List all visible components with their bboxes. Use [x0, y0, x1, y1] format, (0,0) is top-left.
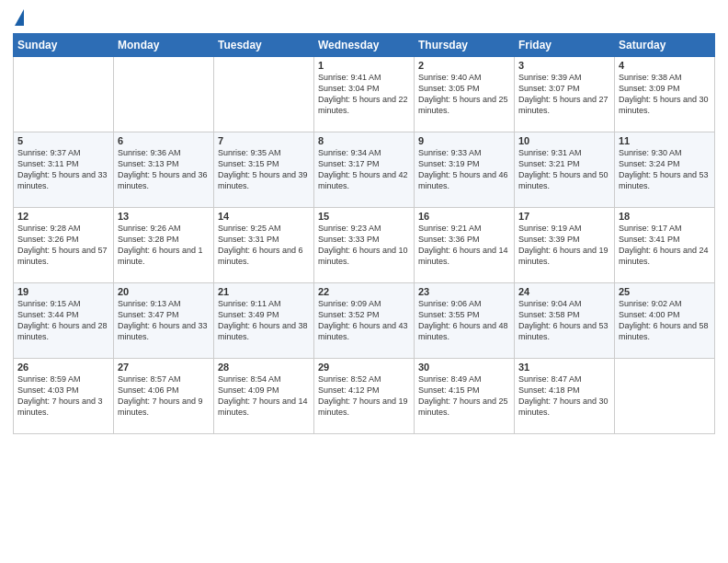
day-number: 18	[619, 211, 711, 222]
week-row-3: 19Sunrise: 9:15 AM Sunset: 3:44 PM Dayli…	[14, 283, 715, 359]
day-info: Sunrise: 9:17 AM Sunset: 3:41 PM Dayligh…	[619, 223, 711, 268]
day-number: 9	[418, 135, 510, 146]
day-info: Sunrise: 9:19 AM Sunset: 3:39 PM Dayligh…	[518, 223, 610, 268]
day-cell: 6Sunrise: 9:36 AM Sunset: 3:13 PM Daylig…	[114, 132, 214, 208]
day-info: Sunrise: 9:37 AM Sunset: 3:11 PM Dayligh…	[17, 147, 109, 192]
day-number: 29	[318, 362, 410, 373]
day-number: 11	[619, 135, 711, 146]
day-cell: 24Sunrise: 9:04 AM Sunset: 3:58 PM Dayli…	[515, 283, 615, 359]
weekday-header-tuesday: Tuesday	[214, 34, 314, 57]
day-cell: 25Sunrise: 9:02 AM Sunset: 4:00 PM Dayli…	[615, 283, 715, 359]
day-info: Sunrise: 9:11 AM Sunset: 3:49 PM Dayligh…	[218, 298, 310, 343]
day-info: Sunrise: 8:49 AM Sunset: 4:15 PM Dayligh…	[418, 373, 510, 419]
day-cell: 14Sunrise: 9:25 AM Sunset: 3:31 PM Dayli…	[214, 208, 314, 283]
day-number: 4	[619, 60, 711, 71]
day-info: Sunrise: 8:57 AM Sunset: 4:06 PM Dayligh…	[118, 373, 210, 419]
day-info: Sunrise: 9:13 AM Sunset: 3:47 PM Dayligh…	[118, 298, 210, 343]
day-cell: 3Sunrise: 9:39 AM Sunset: 3:07 PM Daylig…	[515, 57, 615, 132]
day-number: 12	[17, 211, 109, 222]
day-info: Sunrise: 9:34 AM Sunset: 3:17 PM Dayligh…	[318, 147, 410, 192]
day-cell: 28Sunrise: 8:54 AM Sunset: 4:09 PM Dayli…	[214, 359, 314, 434]
day-number: 8	[318, 135, 410, 146]
day-cell: 22Sunrise: 9:09 AM Sunset: 3:52 PM Dayli…	[314, 283, 415, 359]
day-number: 5	[17, 135, 109, 146]
day-cell: 26Sunrise: 8:59 AM Sunset: 4:03 PM Dayli…	[14, 359, 114, 434]
day-info: Sunrise: 9:15 AM Sunset: 3:44 PM Dayligh…	[17, 298, 109, 343]
day-number: 22	[318, 286, 410, 297]
week-row-2: 12Sunrise: 9:28 AM Sunset: 3:26 PM Dayli…	[14, 208, 715, 283]
day-info: Sunrise: 9:02 AM Sunset: 4:00 PM Dayligh…	[619, 298, 711, 343]
day-info: Sunrise: 9:04 AM Sunset: 3:58 PM Dayligh…	[518, 298, 610, 343]
week-row-0: 1Sunrise: 9:41 AM Sunset: 3:04 PM Daylig…	[14, 57, 715, 132]
day-cell: 5Sunrise: 9:37 AM Sunset: 3:11 PM Daylig…	[14, 132, 114, 208]
day-cell	[214, 57, 314, 132]
day-number: 7	[218, 135, 310, 146]
day-number: 25	[619, 286, 711, 297]
day-cell: 16Sunrise: 9:21 AM Sunset: 3:36 PM Dayli…	[415, 208, 515, 283]
calendar: SundayMondayTuesdayWednesdayThursdayFrid…	[13, 33, 715, 434]
day-info: Sunrise: 9:06 AM Sunset: 3:55 PM Dayligh…	[418, 298, 510, 343]
day-number: 28	[218, 362, 310, 373]
day-info: Sunrise: 8:54 AM Sunset: 4:09 PM Dayligh…	[218, 373, 310, 419]
day-number: 6	[118, 135, 210, 146]
day-cell: 1Sunrise: 9:41 AM Sunset: 3:04 PM Daylig…	[314, 57, 415, 132]
day-info: Sunrise: 9:26 AM Sunset: 3:28 PM Dayligh…	[118, 223, 210, 268]
day-cell: 23Sunrise: 9:06 AM Sunset: 3:55 PM Dayli…	[415, 283, 515, 359]
day-info: Sunrise: 9:38 AM Sunset: 3:09 PM Dayligh…	[619, 72, 711, 117]
day-cell: 29Sunrise: 8:52 AM Sunset: 4:12 PM Dayli…	[314, 359, 415, 434]
day-number: 13	[118, 211, 210, 222]
day-number: 27	[118, 362, 210, 373]
day-cell	[14, 57, 114, 132]
logo	[13, 9, 24, 28]
day-info: Sunrise: 9:39 AM Sunset: 3:07 PM Dayligh…	[518, 72, 610, 117]
day-number: 19	[17, 286, 109, 297]
day-number: 16	[418, 211, 510, 222]
day-number: 3	[518, 60, 610, 71]
day-number: 15	[318, 211, 410, 222]
day-info: Sunrise: 9:35 AM Sunset: 3:15 PM Dayligh…	[218, 147, 310, 192]
day-info: Sunrise: 9:40 AM Sunset: 3:05 PM Dayligh…	[418, 72, 510, 117]
day-number: 30	[418, 362, 510, 373]
day-info: Sunrise: 9:23 AM Sunset: 3:33 PM Dayligh…	[318, 223, 410, 268]
day-cell: 12Sunrise: 9:28 AM Sunset: 3:26 PM Dayli…	[14, 208, 114, 283]
day-number: 2	[418, 60, 510, 71]
day-number: 14	[218, 211, 310, 222]
weekday-header-thursday: Thursday	[415, 34, 515, 57]
day-cell: 8Sunrise: 9:34 AM Sunset: 3:17 PM Daylig…	[314, 132, 415, 208]
day-cell: 13Sunrise: 9:26 AM Sunset: 3:28 PM Dayli…	[114, 208, 214, 283]
day-info: Sunrise: 9:36 AM Sunset: 3:13 PM Dayligh…	[118, 147, 210, 192]
day-number: 20	[118, 286, 210, 297]
page: SundayMondayTuesdayWednesdayThursdayFrid…	[0, 0, 728, 563]
day-cell: 31Sunrise: 8:47 AM Sunset: 4:18 PM Dayli…	[515, 359, 615, 434]
day-info: Sunrise: 9:41 AM Sunset: 3:04 PM Dayligh…	[318, 72, 410, 117]
day-number: 31	[518, 362, 610, 373]
logo-triangle-icon	[15, 9, 24, 26]
day-cell	[615, 359, 715, 434]
day-number: 10	[518, 135, 610, 146]
day-number: 23	[418, 286, 510, 297]
day-number: 26	[17, 362, 109, 373]
weekday-header-saturday: Saturday	[615, 34, 715, 57]
day-cell	[114, 57, 214, 132]
week-row-4: 26Sunrise: 8:59 AM Sunset: 4:03 PM Dayli…	[14, 359, 715, 434]
day-cell: 20Sunrise: 9:13 AM Sunset: 3:47 PM Dayli…	[114, 283, 214, 359]
day-cell: 30Sunrise: 8:49 AM Sunset: 4:15 PM Dayli…	[415, 359, 515, 434]
week-row-1: 5Sunrise: 9:37 AM Sunset: 3:11 PM Daylig…	[14, 132, 715, 208]
day-info: Sunrise: 9:31 AM Sunset: 3:21 PM Dayligh…	[518, 147, 610, 192]
day-info: Sunrise: 9:21 AM Sunset: 3:36 PM Dayligh…	[418, 223, 510, 268]
weekday-header-friday: Friday	[515, 34, 615, 57]
day-cell: 27Sunrise: 8:57 AM Sunset: 4:06 PM Dayli…	[114, 359, 214, 434]
weekday-header-monday: Monday	[114, 34, 214, 57]
day-cell: 4Sunrise: 9:38 AM Sunset: 3:09 PM Daylig…	[615, 57, 715, 132]
day-number: 1	[318, 60, 410, 71]
day-number: 24	[518, 286, 610, 297]
day-cell: 19Sunrise: 9:15 AM Sunset: 3:44 PM Dayli…	[14, 283, 114, 359]
day-cell: 9Sunrise: 9:33 AM Sunset: 3:19 PM Daylig…	[415, 132, 515, 208]
day-info: Sunrise: 9:33 AM Sunset: 3:19 PM Dayligh…	[418, 147, 510, 192]
day-info: Sunrise: 8:47 AM Sunset: 4:18 PM Dayligh…	[518, 373, 610, 419]
day-info: Sunrise: 9:09 AM Sunset: 3:52 PM Dayligh…	[318, 298, 410, 343]
day-cell: 18Sunrise: 9:17 AM Sunset: 3:41 PM Dayli…	[615, 208, 715, 283]
weekday-header-sunday: Sunday	[14, 34, 114, 57]
day-cell: 15Sunrise: 9:23 AM Sunset: 3:33 PM Dayli…	[314, 208, 415, 283]
day-cell: 7Sunrise: 9:35 AM Sunset: 3:15 PM Daylig…	[214, 132, 314, 208]
